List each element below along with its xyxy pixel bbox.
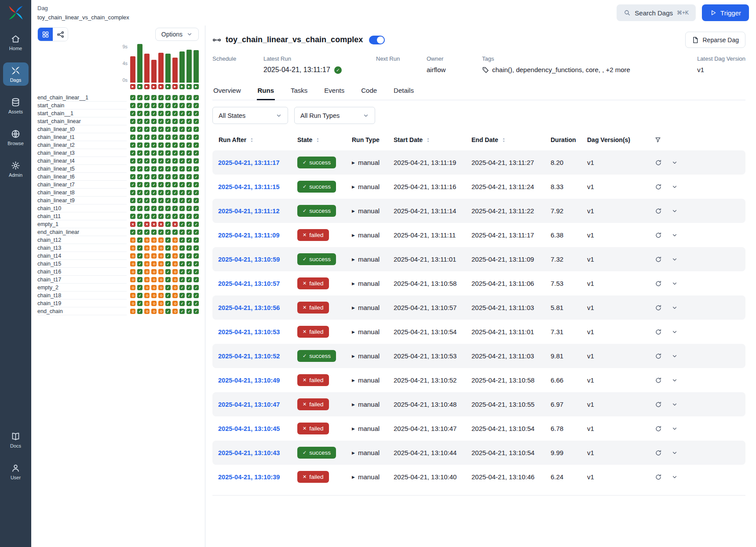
task-instance-success[interactable]: ✓ bbox=[144, 111, 150, 116]
task-instance-success[interactable]: ✓ bbox=[151, 166, 157, 171]
task-name[interactable]: chain_t17 bbox=[37, 276, 127, 284]
task-instance-success[interactable]: ✓ bbox=[144, 103, 150, 108]
task-instance-success[interactable]: ✓ bbox=[151, 127, 157, 132]
row-menu-chevron-icon[interactable] bbox=[672, 208, 678, 214]
task-instance-upstream_failed[interactable] bbox=[130, 237, 135, 243]
task-instance-upstream_failed[interactable] bbox=[172, 269, 178, 274]
task-instance-success[interactable]: ✓ bbox=[165, 285, 171, 290]
task-instance-success[interactable]: ✓ bbox=[151, 174, 157, 179]
task-instance-success[interactable]: ✓ bbox=[186, 95, 192, 100]
task-instance-success[interactable]: ✓ bbox=[172, 182, 178, 187]
task-instance-success[interactable]: ✓ bbox=[158, 214, 164, 219]
task-instance-success[interactable]: ✓ bbox=[172, 166, 178, 171]
task-instance-upstream_failed[interactable] bbox=[144, 293, 150, 298]
task-instance-success[interactable]: ✓ bbox=[165, 190, 171, 195]
task-instance-failed[interactable]: ✕ bbox=[158, 222, 164, 227]
task-name[interactable]: chain_linear_t4 bbox=[37, 157, 127, 165]
task-instance-upstream_failed[interactable] bbox=[172, 245, 178, 251]
task-instance-success[interactable]: ✓ bbox=[130, 182, 135, 187]
task-instance-success[interactable]: ✓ bbox=[165, 222, 171, 227]
task-instance-success[interactable]: ✓ bbox=[179, 261, 185, 266]
task-instance-success[interactable]: ✓ bbox=[130, 230, 135, 235]
task-instance-success[interactable]: ✓ bbox=[179, 230, 185, 235]
run-duration-bar[interactable] bbox=[144, 54, 150, 83]
task-instance-success[interactable]: ✓ bbox=[179, 309, 185, 314]
clear-run-icon[interactable] bbox=[655, 353, 662, 360]
task-instance-success[interactable]: ✓ bbox=[165, 269, 171, 274]
task-instance-success[interactable]: ✓ bbox=[194, 237, 199, 243]
task-instance-success[interactable]: ✓ bbox=[194, 253, 199, 259]
task-instance-success[interactable]: ✓ bbox=[172, 103, 178, 108]
sidebar-item-home[interactable]: Home bbox=[3, 31, 29, 54]
task-instance-success[interactable]: ✓ bbox=[137, 135, 142, 140]
sidebar-item-dags[interactable]: Dags bbox=[3, 62, 29, 86]
task-instance-success[interactable]: ✓ bbox=[137, 142, 142, 148]
task-instance-success[interactable]: ✓ bbox=[137, 261, 142, 266]
tab-code[interactable]: Code bbox=[360, 82, 378, 100]
state-filter-select[interactable]: All States bbox=[212, 107, 288, 124]
task-instance-upstream_failed[interactable] bbox=[151, 277, 157, 282]
task-instance-success[interactable]: ✓ bbox=[186, 111, 192, 116]
task-name[interactable]: end_chain_linear bbox=[37, 228, 127, 236]
task-instance-success[interactable]: ✓ bbox=[194, 206, 199, 211]
task-instance-success[interactable]: ✓ bbox=[194, 95, 199, 100]
grid-view-button[interactable] bbox=[38, 28, 53, 41]
task-instance-success[interactable]: ✓ bbox=[194, 127, 199, 132]
task-instance-success[interactable]: ✓ bbox=[144, 174, 150, 179]
task-instance-upstream_failed[interactable] bbox=[158, 237, 164, 243]
task-instance-success[interactable]: ✓ bbox=[158, 166, 164, 171]
task-instance-success[interactable]: ✓ bbox=[194, 222, 199, 227]
task-instance-success[interactable]: ✓ bbox=[151, 198, 157, 203]
task-instance-success[interactable]: ✓ bbox=[165, 119, 171, 124]
clear-run-icon[interactable] bbox=[655, 280, 662, 287]
task-instance-success[interactable]: ✓ bbox=[194, 277, 199, 282]
task-instance-success[interactable]: ✓ bbox=[186, 309, 192, 314]
task-instance-success[interactable]: ✓ bbox=[165, 301, 171, 306]
task-instance-success[interactable]: ✓ bbox=[165, 206, 171, 211]
task-instance-success[interactable]: ✓ bbox=[130, 206, 135, 211]
task-instance-upstream_failed[interactable] bbox=[144, 253, 150, 259]
task-instance-success[interactable]: ✓ bbox=[165, 261, 171, 266]
task-instance-success[interactable]: ✓ bbox=[144, 230, 150, 235]
task-name[interactable]: end_chain_linear__1 bbox=[37, 94, 127, 102]
task-instance-success[interactable]: ✓ bbox=[137, 127, 142, 132]
task-name[interactable]: start_chain_linear bbox=[37, 117, 127, 125]
task-instance-success[interactable]: ✓ bbox=[137, 198, 142, 203]
task-instance-success[interactable]: ✓ bbox=[137, 214, 142, 219]
task-instance-success[interactable]: ✓ bbox=[194, 285, 199, 290]
task-instance-success[interactable]: ✓ bbox=[130, 158, 135, 164]
task-instance-upstream_failed[interactable] bbox=[144, 301, 150, 306]
task-instance-success[interactable]: ✓ bbox=[194, 301, 199, 306]
task-name[interactable]: chain_linear_t6 bbox=[37, 173, 127, 181]
task-instance-success[interactable]: ✓ bbox=[165, 309, 171, 314]
task-instance-success[interactable]: ✓ bbox=[194, 198, 199, 203]
task-instance-success[interactable]: ✓ bbox=[144, 182, 150, 187]
task-instance-success[interactable]: ✓ bbox=[151, 182, 157, 187]
task-instance-upstream_failed[interactable] bbox=[158, 269, 164, 274]
task-name[interactable]: chain_linear_t9 bbox=[37, 197, 127, 204]
task-instance-success[interactable]: ✓ bbox=[130, 190, 135, 195]
task-instance-success[interactable]: ✓ bbox=[158, 198, 164, 203]
task-name[interactable]: chain_linear_t1 bbox=[37, 133, 127, 141]
run-after-link[interactable]: 2025-04-21, 13:11:09 bbox=[218, 232, 279, 239]
task-name[interactable]: chain_linear_t3 bbox=[37, 149, 127, 157]
task-instance-success[interactable]: ✓ bbox=[158, 119, 164, 124]
task-instance-success[interactable]: ✓ bbox=[194, 142, 199, 148]
task-instance-upstream_failed[interactable] bbox=[144, 285, 150, 290]
task-name[interactable]: chain_t19 bbox=[37, 299, 127, 307]
task-name[interactable]: chain_linear_t7 bbox=[37, 181, 127, 189]
clear-run-icon[interactable] bbox=[655, 377, 662, 384]
task-instance-success[interactable]: ✓ bbox=[144, 127, 150, 132]
task-instance-success[interactable]: ✓ bbox=[179, 119, 185, 124]
task-instance-upstream_failed[interactable] bbox=[130, 309, 135, 314]
run-after-link[interactable]: 2025-04-21, 13:10:57 bbox=[218, 280, 280, 287]
task-instance-success[interactable]: ✓ bbox=[165, 230, 171, 235]
task-instance-success[interactable]: ✓ bbox=[194, 190, 199, 195]
task-instance-success[interactable]: ✓ bbox=[179, 174, 185, 179]
task-instance-success[interactable]: ✓ bbox=[137, 277, 142, 282]
run-after-link[interactable]: 2025-04-21, 13:10:49 bbox=[218, 377, 280, 384]
task-instance-success[interactable]: ✓ bbox=[194, 174, 199, 179]
run-duration-bar[interactable] bbox=[186, 50, 192, 83]
sidebar-item-assets[interactable]: Assets bbox=[3, 94, 29, 117]
task-instance-success[interactable]: ✓ bbox=[137, 230, 142, 235]
